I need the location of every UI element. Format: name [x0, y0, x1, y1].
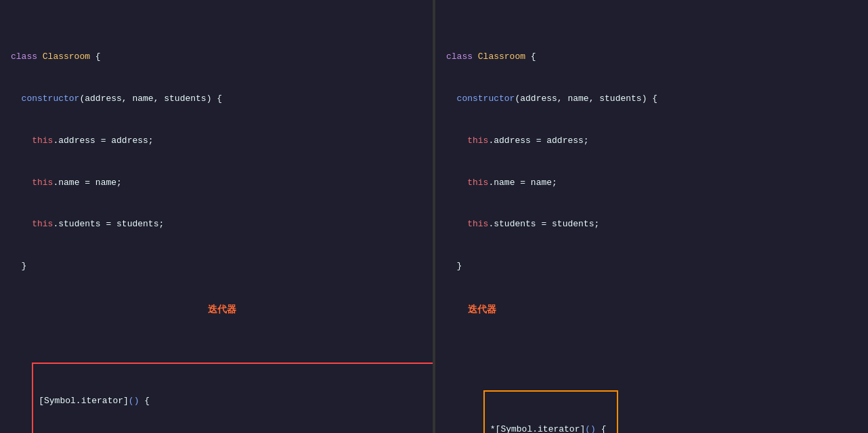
line-generator-sym: *[Symbol.iterator]() { — [490, 423, 611, 433]
line-class-def: class Classroom { — [11, 50, 422, 64]
line-this-address-right: this.address = address; — [446, 134, 857, 148]
line-this-address: this.address = address; — [11, 134, 422, 148]
iterator-box-left: [Symbol.iterator]() { let index = 0; ret… — [32, 363, 435, 433]
line-this-name-right: this.name = name; — [446, 176, 857, 190]
line-this-students-right: this.students = students; — [446, 218, 857, 231]
iterator-label-right: 迭代器 — [468, 303, 857, 318]
generator-box-right: *[Symbol.iterator]() { yield* this.stude… — [452, 375, 857, 433]
line-close-constructor-right: } — [446, 260, 857, 273]
line-symbol-iter: [Symbol.iterator]() { — [39, 394, 435, 408]
right-panel: class Classroom { constructor(address, n… — [435, 0, 868, 433]
line-this-name: this.name = name; — [11, 176, 422, 190]
left-code: class Classroom { constructor(address, n… — [11, 8, 422, 433]
line-close-constructor: } — [11, 260, 422, 273]
line-constructor: constructor(address, name, students) { — [11, 92, 422, 106]
iterator-label-left: 迭代器 — [11, 303, 422, 318]
line-this-students: this.students = students; — [11, 218, 422, 231]
right-code: class Classroom { constructor(address, n… — [446, 8, 857, 433]
line-constructor-right: constructor(address, name, students) { — [446, 92, 857, 106]
line-class-def-right: class Classroom { — [446, 50, 857, 64]
left-panel: class Classroom { constructor(address, n… — [0, 0, 435, 433]
